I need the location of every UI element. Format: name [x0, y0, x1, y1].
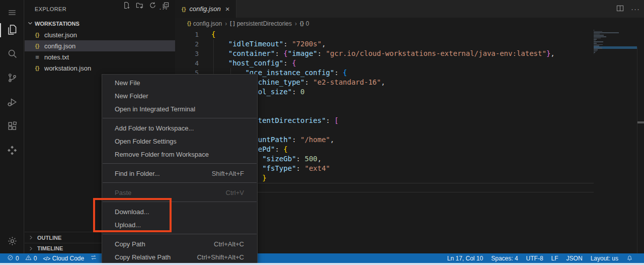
sync-icon [90, 254, 99, 262]
status-label: Ln 17, Col 10 [447, 255, 483, 262]
menu-item-add-folder-to-workspace[interactable]: Add Folder to Workspace... [102, 121, 257, 135]
minimap[interactable] [594, 30, 637, 54]
refresh-button[interactable] [148, 2, 157, 11]
code-line-3: 3 "container": {"image": "gcr.io/cloud-w… [175, 49, 555, 58]
status-layout-us[interactable]: Layout: us [587, 253, 622, 263]
editor-more-button[interactable]: ··· [631, 5, 640, 13]
extensions-icon [7, 121, 18, 133]
error-icon [7, 254, 16, 262]
activity-extensions-button[interactable] [0, 117, 24, 137]
symbol-icon: {} [187, 21, 191, 26]
json-file-icon: {} [33, 43, 41, 49]
status-bell[interactable] [622, 253, 639, 263]
scrollbar-thumb[interactable] [637, 121, 644, 123]
menu-item-new-folder[interactable]: New Folder [102, 89, 257, 102]
activity-settings-button[interactable] [0, 232, 24, 252]
menu-item-label: Download... [115, 208, 149, 216]
close-icon[interactable]: × [225, 5, 230, 13]
menu-item-copy-path[interactable]: Copy PathCtrl+Alt+C [102, 237, 257, 250]
menu-item-label: Open Folder Settings [115, 138, 177, 145]
menu-separator [103, 163, 257, 164]
activity-source-control-button[interactable] [0, 69, 24, 89]
menu-item-shortcut: Ctrl+Alt+C [214, 240, 244, 248]
line-number: 1 [175, 30, 199, 39]
breadcrumb-label: persistentDirectories [237, 20, 292, 27]
file-item-notes.txt[interactable]: ≡notes.txt [25, 51, 175, 62]
activity-debug-button[interactable] [0, 93, 24, 113]
menu-item-download[interactable]: Download... [102, 205, 257, 218]
workspace-folder-label: WORKSTATIONS [35, 21, 79, 27]
workspace-folder-row[interactable]: WORKSTATIONS [25, 18, 175, 29]
settings-icon [7, 236, 18, 248]
menu-icon [8, 8, 17, 19]
menu-item-find-in-folder[interactable]: Find in Folder...Shift+Alt+F [102, 167, 257, 180]
menu-item-shortcut: Ctrl+V [226, 189, 244, 196]
menu-item-shortcut: Shift+Alt+F [212, 170, 244, 177]
new-folder-icon [136, 2, 143, 11]
status-json[interactable]: JSON [562, 253, 587, 263]
breadcrumb-item[interactable]: {}config.json [187, 20, 222, 27]
menu-item-new-file[interactable]: New File [102, 76, 257, 89]
sidebar-title: EXPLORER [35, 6, 66, 12]
menu-item-label: Paste [115, 189, 131, 196]
breadcrumb-item[interactable]: [ ]persistentDirectories [230, 20, 292, 27]
status-spaces-4[interactable]: Spaces: 4 [487, 253, 522, 263]
status-label: JSON [567, 255, 583, 262]
cloud-code-icon [7, 145, 18, 158]
activity-cloud-code-button[interactable] [0, 141, 24, 161]
file-name: config.json [44, 42, 75, 50]
menu-item-open-in-integrated-terminal[interactable]: Open in Integrated Terminal [102, 102, 257, 115]
status-bar: 00</>Cloud Code Ln 17, Col 10Spaces: 4UT… [0, 253, 644, 263]
menu-item-label: New Folder [115, 92, 148, 100]
status-code[interactable]: </>Cloud Code [40, 253, 87, 263]
chevron-down-icon [27, 20, 34, 28]
file-item-cluster.json[interactable]: {}cluster.json [25, 29, 175, 40]
code-line-4: 4 "host_config": { [175, 58, 296, 68]
file-item-config.json[interactable]: {}config.json [25, 40, 175, 51]
text-file-icon: ≡ [33, 53, 41, 61]
line-number: 3 [175, 49, 199, 58]
scrollbar-border [637, 47, 637, 253]
split-editor-icon[interactable] [616, 5, 624, 14]
status-sync[interactable] [87, 253, 102, 263]
status-error[interactable]: 0 [4, 253, 22, 263]
menu-item-label: Find in Folder... [115, 170, 160, 177]
status-lf[interactable]: LF [547, 253, 562, 263]
status-warning[interactable]: 0 [22, 253, 40, 263]
vscode-window: EXPLORER ··· WORKSTATIONS {}cluster.json… [0, 0, 644, 265]
status-ln-17-col-10[interactable]: Ln 17, Col 10 [443, 253, 487, 263]
new-file-button[interactable] [122, 2, 131, 11]
status-utf-8[interactable]: UTF-8 [522, 253, 547, 263]
json-file-icon: {} [33, 65, 41, 71]
breadcrumb-item[interactable]: {}0 [300, 20, 309, 27]
file-name: cluster.json [44, 31, 77, 39]
menu-item-label: Open in Integrated Terminal [115, 105, 195, 113]
menu-item-label: Upload... [115, 221, 141, 229]
refresh-icon [149, 2, 156, 11]
file-list: {}cluster.json{}config.json≡notes.txt{}w… [25, 29, 175, 74]
explorer-icon [7, 24, 18, 37]
activity-search-button[interactable] [0, 44, 24, 64]
menu-item-paste: PasteCtrl+V [102, 186, 257, 199]
file-item-workstation.json[interactable]: {}workstation.json [25, 62, 175, 74]
menu-item-label: New File [115, 79, 140, 87]
tab-config-json[interactable]: {} config.json × [175, 0, 236, 18]
new-folder-button[interactable] [135, 2, 144, 11]
breadcrumb: {}config.json›[ ]persistentDirectories›{… [175, 18, 644, 29]
collapse-all-button[interactable] [161, 2, 170, 11]
menu-item-upload[interactable]: Upload... [102, 218, 257, 231]
tab-label: config.json [190, 5, 221, 13]
menu-item-remove-folder-from-workspace[interactable]: Remove Folder from Workspace [102, 148, 257, 161]
file-name: notes.txt [44, 53, 69, 61]
menu-item-open-folder-settings[interactable]: Open Folder Settings [102, 135, 257, 148]
activity-explorer-button[interactable] [0, 20, 24, 40]
status-label: UTF-8 [526, 255, 543, 262]
debug-icon [7, 97, 18, 109]
source-control-icon [7, 73, 18, 85]
menu-item-copy-relative-path[interactable]: Copy Relative PathCtrl+Shift+Alt+C [102, 250, 257, 263]
activity-bar [0, 0, 24, 253]
code-line-2: 2 "idleTimeout": "7200s", [175, 39, 326, 49]
file-name: workstation.json [44, 64, 91, 72]
status-label: Cloud Code [52, 255, 84, 262]
breadcrumb-separator: › [225, 20, 227, 27]
